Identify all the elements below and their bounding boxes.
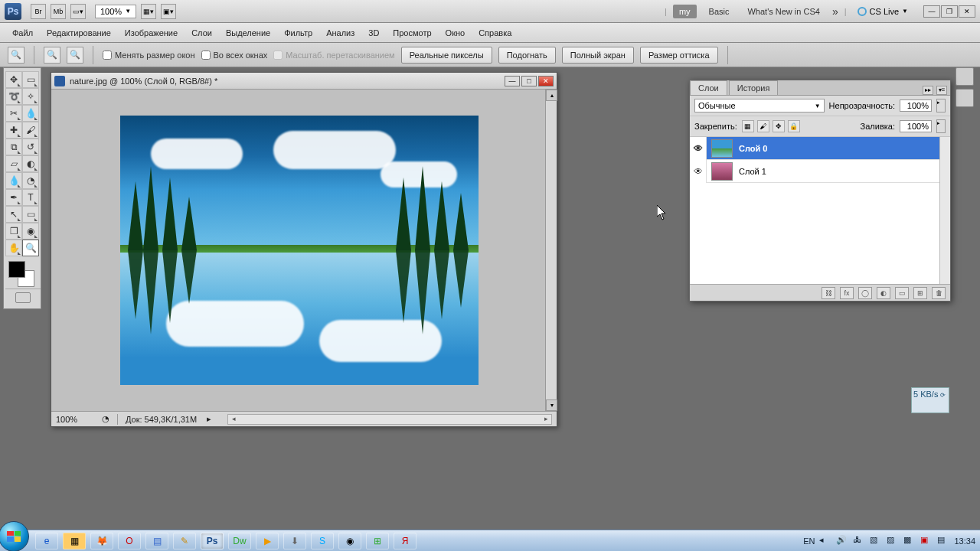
layer-thumbnail[interactable] (711, 162, 733, 181)
pen-tool[interactable]: ✒ (5, 189, 22, 206)
new-group-icon[interactable]: ▭ (895, 287, 909, 299)
fill-screen-button[interactable]: Полный экран (562, 47, 634, 64)
layer-thumbnail[interactable] (711, 139, 733, 158)
taskbar-app6-icon[interactable]: ⊞ (366, 533, 389, 549)
layer-visibility-icon[interactable]: 👁 (690, 166, 706, 177)
all-windows-checkbox[interactable]: Во всех окнах (201, 51, 268, 60)
status-zoom[interactable]: 100% (56, 415, 94, 424)
fill-input[interactable]: 100% (900, 120, 932, 132)
quick-mask-button[interactable] (5, 289, 41, 305)
layer-row[interactable]: 👁 Слой 1 (690, 160, 950, 183)
layer-fx-icon[interactable]: fx (840, 287, 854, 299)
fill-arrow-icon[interactable]: ▸ (936, 119, 946, 133)
canvas-image[interactable] (120, 116, 479, 385)
shape-tool[interactable]: ▭ (22, 206, 39, 223)
move-tool[interactable]: ✥ (5, 71, 22, 88)
eyedropper-tool[interactable]: 💧 (22, 105, 39, 122)
workspace-my-button[interactable]: my (673, 5, 697, 18)
blur-tool[interactable]: 💧 (5, 172, 22, 189)
scroll-up-icon[interactable]: ▴ (546, 90, 557, 101)
resize-windows-checkbox[interactable]: Менять размер окон (103, 51, 195, 60)
link-layers-icon[interactable]: ⛓ (822, 287, 835, 299)
menu-edit[interactable]: Редактирование (41, 25, 117, 41)
vertical-scrollbar[interactable]: ▴ ▾ (545, 90, 557, 411)
workspace-basic-button[interactable]: Basic (703, 5, 736, 18)
app-minimize-button[interactable]: — (923, 5, 940, 18)
zoom-in-icon[interactable]: 🔍 (44, 47, 60, 64)
taskbar-photoshop-icon[interactable]: Ps (201, 533, 224, 549)
lock-transparency-icon[interactable]: ▦ (742, 120, 754, 132)
stamp-tool[interactable]: ⧉ (5, 139, 22, 155)
doc-maximize-button[interactable]: □ (521, 76, 537, 86)
screen-mode-icon[interactable]: ▣▾ (161, 4, 176, 19)
menu-select[interactable]: Выделение (220, 25, 276, 41)
actual-pixels-button[interactable]: Реальные пикселы (401, 47, 492, 64)
layer-visibility-icon[interactable]: 👁 (690, 143, 706, 154)
tray-icon[interactable]: ▩ (903, 535, 916, 547)
foreground-color-swatch[interactable] (8, 261, 25, 278)
taskbar-app-icon[interactable]: ▦ (63, 533, 86, 549)
menu-analysis[interactable]: Анализ (320, 25, 361, 41)
opacity-input[interactable]: 100% (900, 99, 932, 112)
menu-file[interactable]: Файл (6, 25, 39, 41)
menu-help[interactable]: Справка (472, 25, 518, 41)
menu-image[interactable]: Изображение (119, 25, 184, 41)
app-restore-button[interactable]: ❐ (941, 5, 958, 18)
tray-lang[interactable]: EN (803, 536, 815, 546)
history-brush-tool[interactable]: ↺ (22, 139, 39, 155)
lock-all-icon[interactable]: 🔒 (788, 120, 800, 132)
tray-icon[interactable]: ▧ (870, 535, 882, 547)
healing-tool[interactable]: ✚ (5, 122, 22, 139)
taskbar-ie-icon[interactable]: e (35, 533, 58, 549)
lasso-tool[interactable]: ➰ (5, 88, 22, 105)
taskbar-opera-icon[interactable]: O (118, 533, 141, 549)
tab-history[interactable]: История (729, 80, 779, 95)
tray-volume-icon[interactable]: 🔊 (836, 535, 848, 547)
taskbar-firefox-icon[interactable]: 🦊 (90, 533, 113, 549)
panel-menu-icon[interactable]: ▾≡ (936, 86, 947, 95)
doc-minimize-button[interactable]: — (505, 76, 520, 86)
layer-name[interactable]: Слой 0 (737, 144, 950, 153)
scroll-down-icon[interactable]: ▾ (546, 399, 557, 411)
print-size-button[interactable]: Размер оттиска (640, 47, 718, 64)
document-canvas-area[interactable]: ▴ ▾ (51, 90, 557, 411)
tray-icon[interactable]: ▤ (937, 535, 949, 547)
tab-layers[interactable]: Слои (690, 80, 727, 95)
tray-network-icon[interactable]: 🖧 (853, 535, 865, 547)
menu-filter[interactable]: Фильтр (278, 25, 318, 41)
taskbar-dreamweaver-icon[interactable]: Dw (228, 533, 251, 549)
color-swatches[interactable] (5, 259, 39, 289)
type-tool[interactable]: T (22, 189, 39, 206)
taskbar-app5-icon[interactable]: ⬇ (283, 533, 306, 549)
dock-expand-icon[interactable] (956, 67, 974, 86)
delete-layer-icon[interactable]: 🗑 (932, 287, 946, 299)
new-layer-icon[interactable]: ⊞ (913, 287, 927, 299)
document-titlebar[interactable]: nature.jpg @ 100% (Слой 0, RGB/8#) * — □… (51, 73, 557, 90)
lock-pixels-icon[interactable]: 🖌 (757, 120, 769, 132)
current-tool-icon[interactable]: 🔍 (8, 47, 24, 64)
taskbar-yandex-icon[interactable]: Я (394, 533, 416, 549)
layer-row[interactable]: 👁 Слой 0 (690, 137, 950, 160)
tray-arrow-icon[interactable]: ◂ (819, 535, 831, 547)
path-select-tool[interactable]: ↖ (5, 206, 22, 223)
horizontal-scrollbar[interactable] (227, 414, 552, 425)
bridge-icon[interactable]: Br (31, 4, 46, 19)
taskbar-skype-icon[interactable]: S (311, 533, 334, 549)
3d-camera-tool[interactable]: ◉ (22, 223, 39, 240)
panel-collapse-icon[interactable]: ▸▸ (923, 86, 933, 95)
adjustment-layer-icon[interactable]: ◐ (877, 287, 890, 299)
app-close-button[interactable]: ✕ (959, 5, 975, 18)
menu-window[interactable]: Окно (439, 25, 472, 41)
fit-screen-button[interactable]: Подогнать (498, 47, 556, 64)
lock-position-icon[interactable]: ✥ (773, 120, 785, 132)
magic-wand-tool[interactable]: ✧ (22, 88, 39, 105)
workspace-more-icon[interactable]: » (832, 5, 838, 18)
hand-tool[interactable]: ✋ (5, 240, 22, 256)
menu-view[interactable]: Просмотр (387, 25, 437, 41)
taskbar-app3-icon[interactable]: ✎ (173, 533, 196, 549)
dock-panel-icon[interactable] (956, 89, 974, 107)
tray-icon[interactable]: ▨ (887, 535, 899, 547)
zoom-tool[interactable]: 🔍 (22, 240, 39, 256)
taskbar-app2-icon[interactable]: ▤ (145, 533, 168, 549)
network-widget[interactable]: 5 KB/s ⟳ (911, 387, 949, 413)
